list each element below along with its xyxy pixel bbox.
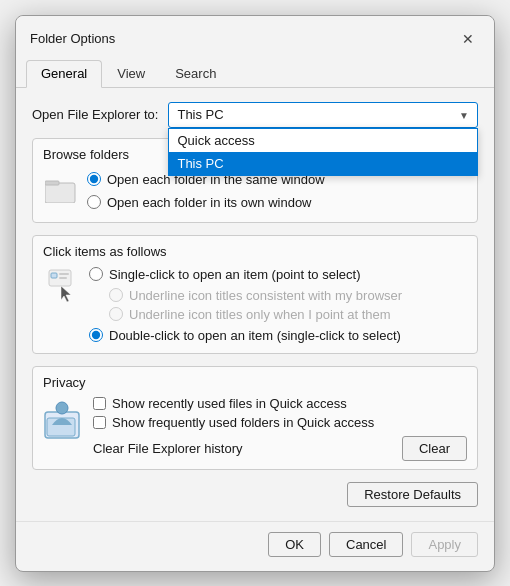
tab-bar: General View Search	[16, 56, 494, 88]
click-icon	[43, 265, 79, 305]
close-button[interactable]: ✕	[456, 27, 480, 51]
double-click-radio[interactable]	[89, 328, 103, 342]
underline-browser-label: Underline icon titles consistent with my…	[109, 286, 402, 305]
single-click-text: Single-click to open an item (point to s…	[109, 267, 360, 282]
open-file-dropdown-wrapper: This PC ▼ Quick access This PC	[168, 102, 478, 128]
folder-options-dialog: Folder Options ✕ General View Search Ope…	[15, 15, 495, 572]
single-click-label[interactable]: Single-click to open an item (point to s…	[89, 265, 402, 284]
clear-button[interactable]: Clear	[402, 436, 467, 461]
recent-files-checkbox[interactable]	[93, 397, 106, 410]
privacy-options: Show recently used files in Quick access…	[93, 396, 467, 461]
underline-point-label: Underline icon titles only when I point …	[109, 305, 402, 324]
cursor-svg	[45, 266, 77, 304]
underline-point-radio	[109, 307, 123, 321]
folder-icon	[43, 172, 79, 208]
svg-rect-0	[45, 183, 75, 203]
click-items-content: Single-click to open an item (point to s…	[43, 265, 467, 345]
open-file-dropdown[interactable]: This PC ▼	[168, 102, 478, 128]
open-file-label: Open File Explorer to:	[32, 107, 158, 122]
frequent-folders-checkbox[interactable]	[93, 416, 106, 429]
svg-rect-1	[45, 181, 59, 185]
browse-own-window-text: Open each folder in its own window	[107, 195, 312, 210]
browse-own-window-label[interactable]: Open each folder in its own window	[87, 193, 325, 212]
browse-own-window-radio[interactable]	[87, 195, 101, 209]
open-file-explorer-row: Open File Explorer to: This PC ▼ Quick a…	[32, 102, 478, 128]
browse-same-window-radio[interactable]	[87, 172, 101, 186]
privacy-svg	[43, 398, 81, 440]
cancel-button[interactable]: Cancel	[329, 532, 403, 557]
svg-marker-6	[61, 286, 71, 302]
dropdown-list: Quick access This PC	[168, 128, 478, 176]
restore-defaults-row: Restore Defaults	[32, 482, 478, 507]
apply-button[interactable]: Apply	[411, 532, 478, 557]
click-items-title: Click items as follows	[43, 244, 467, 259]
tab-content: Open File Explorer to: This PC ▼ Quick a…	[16, 88, 494, 521]
clear-history-label: Clear File Explorer history	[93, 441, 243, 456]
click-options: Single-click to open an item (point to s…	[89, 265, 402, 345]
tab-search[interactable]: Search	[160, 60, 231, 88]
privacy-title: Privacy	[43, 375, 467, 390]
double-click-label[interactable]: Double-click to open an item (single-cli…	[89, 326, 402, 345]
privacy-icon	[43, 398, 83, 442]
svg-rect-3	[51, 273, 57, 278]
dropdown-arrow-icon: ▼	[459, 109, 469, 120]
underline-browser-text: Underline icon titles consistent with my…	[129, 288, 402, 303]
clear-history-row: Clear File Explorer history Clear	[93, 436, 467, 461]
ok-button[interactable]: OK	[268, 532, 321, 557]
svg-rect-4	[59, 273, 69, 275]
browse-radios: Open each folder in the same window Open…	[87, 170, 325, 212]
underline-browser-radio	[109, 288, 123, 302]
dialog-title: Folder Options	[30, 31, 115, 46]
folder-svg	[45, 177, 77, 203]
single-click-radio[interactable]	[89, 267, 103, 281]
recent-files-label[interactable]: Show recently used files in Quick access	[93, 396, 467, 411]
svg-rect-5	[59, 277, 67, 279]
click-items-section: Click items as follows Single-	[32, 235, 478, 354]
svg-point-9	[56, 402, 68, 414]
bottom-bar: OK Cancel Apply	[16, 521, 494, 571]
dropdown-selected-value: This PC	[177, 107, 223, 122]
recent-files-text: Show recently used files in Quick access	[112, 396, 347, 411]
frequent-folders-label[interactable]: Show frequently used folders in Quick ac…	[93, 415, 467, 430]
privacy-section: Privacy Show recently	[32, 366, 478, 470]
privacy-content: Show recently used files in Quick access…	[43, 396, 467, 461]
restore-defaults-button[interactable]: Restore Defaults	[347, 482, 478, 507]
underline-point-text: Underline icon titles only when I point …	[129, 307, 391, 322]
title-bar: Folder Options ✕	[16, 16, 494, 52]
tab-view[interactable]: View	[102, 60, 160, 88]
dropdown-item-this-pc[interactable]: This PC	[169, 152, 477, 175]
frequent-folders-text: Show frequently used folders in Quick ac…	[112, 415, 374, 430]
dropdown-item-quick-access[interactable]: Quick access	[169, 129, 477, 152]
double-click-text: Double-click to open an item (single-cli…	[109, 328, 401, 343]
underline-options: Underline icon titles consistent with my…	[109, 286, 402, 324]
tab-general[interactable]: General	[26, 60, 102, 88]
